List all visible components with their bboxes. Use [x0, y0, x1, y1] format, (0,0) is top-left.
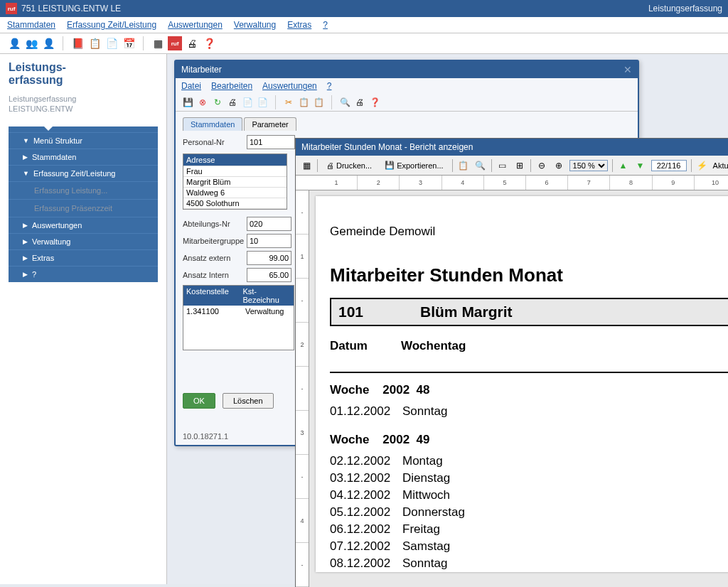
- report-title: Mitarbeiter Stunden Monat - Bericht anze…: [296, 139, 728, 156]
- copy-icon[interactable]: 📋: [297, 96, 310, 109]
- sidebar: Leistungs- erfassung Leistungserfassung …: [0, 54, 167, 584]
- emp-id: 101: [338, 303, 363, 321]
- lightning-icon[interactable]: ⚡: [696, 159, 709, 172]
- gruppe-input[interactable]: [247, 234, 291, 248]
- nav-erfassung[interactable]: ▼Erfassung Zeit/Leistung: [9, 165, 158, 181]
- page-down-icon[interactable]: ▼: [634, 159, 647, 172]
- zoom-out-icon[interactable]: ⊖: [535, 159, 548, 172]
- help-icon[interactable]: ❓: [202, 36, 216, 50]
- addr-line-2: Waldweg 6: [183, 188, 287, 198]
- print-icon[interactable]: 🖨: [185, 36, 199, 50]
- loeschen-button[interactable]: Löschen: [223, 393, 274, 409]
- user-icon[interactable]: 👤: [7, 36, 21, 50]
- personal-nr-input[interactable]: [247, 135, 295, 149]
- data-row: 02.12.2002Montag4.20: [330, 453, 728, 470]
- cut-icon[interactable]: ✂: [282, 96, 295, 109]
- menu-stammdaten[interactable]: Stammdaten: [7, 20, 55, 30]
- ruf-icon[interactable]: ruf: [168, 36, 182, 50]
- int-input[interactable]: [247, 268, 291, 282]
- addr-line-0: Frau: [183, 166, 287, 177]
- user-plus-icon[interactable]: 👤: [41, 36, 55, 50]
- employee-box: 101 Blüm Margrit: [330, 298, 728, 326]
- ext-input[interactable]: [247, 251, 291, 265]
- find-icon[interactable]: 🔍: [474, 159, 487, 172]
- nav-header[interactable]: ▼Menü Struktur: [9, 132, 158, 149]
- copy2-icon[interactable]: 📋: [457, 159, 470, 172]
- tab-parameter[interactable]: Parameter: [244, 117, 296, 131]
- kost-val2[interactable]: Verwaltung: [242, 306, 287, 317]
- ruler-vertical: -1-2-3-4-5-6-7-8: [296, 190, 309, 587]
- nav-verwaltung[interactable]: ▶Verwaltung: [9, 233, 158, 249]
- close-icon[interactable]: ✕: [623, 64, 632, 75]
- page-next-icon[interactable]: 📄: [256, 96, 269, 109]
- page-prev-icon[interactable]: 📄: [241, 96, 254, 109]
- data-row: 04.12.2002Mittwoch4.20: [330, 487, 728, 504]
- page-area[interactable]: -1-2-3-4-5-6-7-8 Gemeinde Demowil Mitarb…: [296, 190, 728, 587]
- print3-icon[interactable]: 🖨: [353, 96, 366, 109]
- refresh-icon[interactable]: ↻: [211, 96, 224, 109]
- save-icon[interactable]: 💾: [181, 96, 194, 109]
- ext-label: Ansatz extern: [183, 254, 247, 262]
- grid-icon[interactable]: ▦: [151, 36, 165, 50]
- multi-page-icon[interactable]: ⊞: [513, 159, 526, 172]
- aktu-label[interactable]: Aktu: [713, 161, 728, 170]
- menu-auswertungen[interactable]: Auswertungen: [168, 20, 223, 30]
- data-row: 08.12.2002Sonntag0.00: [330, 555, 728, 572]
- users-icon[interactable]: 👥: [24, 36, 38, 50]
- help2-icon[interactable]: ❓: [368, 96, 381, 109]
- kost-val1[interactable]: 1.341100: [183, 306, 242, 317]
- main-area: Mitarbeiter ✕ Datei Bearbeiten Auswertun…: [167, 54, 728, 584]
- nav-erfassung-praesenz[interactable]: Erfassung Präsenzzeit: [9, 199, 158, 217]
- nav-help[interactable]: ▶?: [9, 266, 158, 282]
- kost-hdr2: Kst-Bezeichnu: [240, 286, 294, 306]
- zoom-in-icon[interactable]: ⊕: [552, 159, 565, 172]
- zoom-select[interactable]: 150 %: [569, 160, 608, 171]
- mit-menu-datei[interactable]: Datei: [181, 81, 201, 91]
- page-input[interactable]: [651, 160, 687, 171]
- mit-menu-auswertungen[interactable]: Auswertungen: [262, 81, 317, 91]
- report-org: Gemeinde Demowil: [330, 225, 728, 239]
- col-datum: Datum: [330, 339, 401, 367]
- mit-menu-help[interactable]: ?: [327, 81, 332, 91]
- mit-menu-bearbeiten[interactable]: Bearbeiten: [211, 81, 252, 91]
- single-page-icon[interactable]: ▭: [496, 159, 509, 172]
- kostenstelle-table: KostenstelleKst-Bezeichnu 1.341100Verwal…: [183, 285, 294, 350]
- report-page: Gemeinde Demowil Mitarbeiter Stunden Mon…: [316, 196, 728, 572]
- report-menu-icon[interactable]: ▦: [300, 159, 313, 172]
- list-icon[interactable]: 📋: [87, 36, 102, 50]
- addr-line-3: 4500 Solothurn: [183, 198, 287, 209]
- export-button[interactable]: 💾 Exportieren...: [380, 158, 447, 172]
- data-row: 05.12.2002Donnerstag4.20: [330, 504, 728, 521]
- addr-line-1: Margrit Blüm: [183, 177, 287, 188]
- calendar-icon[interactable]: 📅: [122, 36, 136, 50]
- drucken-button[interactable]: 🖨 Drucken...: [322, 159, 376, 172]
- nav-extras[interactable]: ▶Extras: [9, 249, 158, 266]
- abteilung-label: Abteilungs-Nr: [183, 220, 247, 228]
- personal-nr-label: Personal-Nr: [183, 138, 247, 146]
- paste-icon[interactable]: 📋: [312, 96, 325, 109]
- abteilung-input[interactable]: [247, 217, 291, 231]
- address-box: Adresse Frau Margrit Blüm Waldweg 6 4500…: [183, 154, 287, 210]
- mitarbeiter-tabs: Stammdaten Parameter: [183, 117, 631, 131]
- menu-verwaltung[interactable]: Verwaltung: [234, 20, 276, 30]
- search-icon[interactable]: 🔍: [338, 96, 351, 109]
- app-icon: ruf: [6, 3, 17, 14]
- book-red-icon[interactable]: 📕: [70, 36, 85, 50]
- sheet-icon[interactable]: 📄: [105, 36, 119, 50]
- col-wochentag: Wochentag: [401, 339, 728, 367]
- delete-icon[interactable]: ⊗: [196, 96, 209, 109]
- menu-erfassung[interactable]: Erfassung Zeit/Leistung: [67, 20, 156, 30]
- mitarbeiter-title: Mitarbeiter ✕: [176, 61, 638, 78]
- nav-erfassung-leistung[interactable]: Erfassung Leistung...: [9, 181, 158, 199]
- ok-button[interactable]: OK: [183, 393, 215, 409]
- gruppe-label: Mitarbeitergruppe: [183, 237, 247, 245]
- print2-icon[interactable]: 🖨: [226, 96, 239, 109]
- tab-stammdaten[interactable]: Stammdaten: [183, 117, 242, 131]
- column-headers: Datum Wochentag SollStunden PSt: [330, 339, 728, 373]
- menu-extras[interactable]: Extras: [287, 20, 311, 30]
- main-menubar: Stammdaten Erfassung Zeit/Leistung Auswe…: [0, 17, 728, 33]
- nav-stammdaten[interactable]: ▶Stammdaten: [9, 149, 158, 165]
- nav-auswertungen[interactable]: ▶Auswertungen: [9, 217, 158, 233]
- menu-help[interactable]: ?: [323, 20, 328, 30]
- page-up-icon[interactable]: ▲: [617, 159, 630, 172]
